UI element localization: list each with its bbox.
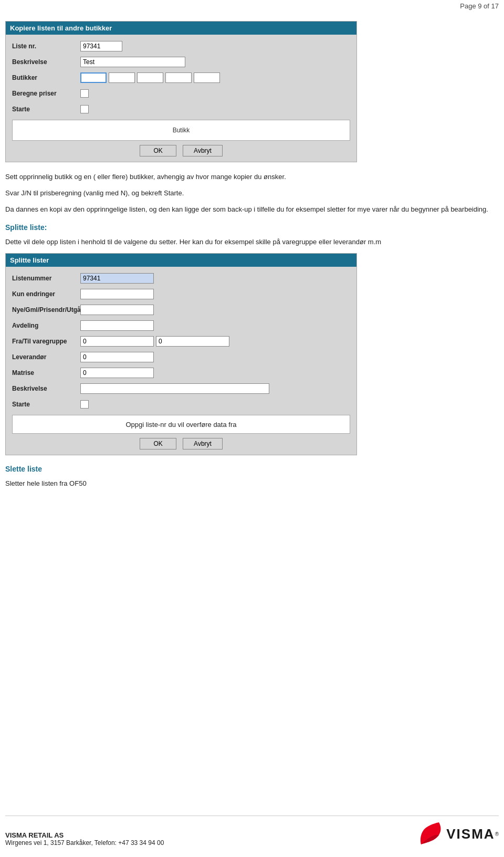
- fra-til-row: Fra/Til varegruppe: [12, 335, 350, 348]
- splitte-starte-checkbox[interactable]: [80, 400, 89, 409]
- butikker-inputs: [80, 72, 220, 83]
- footer: VISMA RETAIL AS Wirgenes vei 1, 3157 Bar…: [5, 816, 499, 846]
- beskrivelse-label: Beskrivelse: [12, 58, 80, 66]
- matrise-row: Matrise: [12, 367, 350, 379]
- butikk-table: Butikk: [12, 120, 350, 141]
- splitte-ok-button[interactable]: OK: [140, 438, 176, 450]
- splitte-starte-label: Starte: [12, 401, 80, 408]
- avdeling-label: Avdeling: [12, 322, 80, 329]
- body-text-2: Svar J/N til prisberegning (vanlig med N…: [5, 188, 488, 199]
- kun-endringer-input[interactable]: [80, 289, 154, 299]
- fra-til-group: [80, 336, 229, 347]
- leverandor-input[interactable]: [80, 352, 154, 362]
- visma-text: VISMA®: [446, 826, 499, 842]
- butikker-label: Butikker: [12, 74, 80, 81]
- leverandor-label: Leverandør: [12, 353, 80, 361]
- matrise-input[interactable]: [80, 368, 154, 378]
- splitte-dialog: Splitte lister Listenummer Kun endringer…: [5, 253, 357, 455]
- liste-nr-input[interactable]: [80, 41, 122, 51]
- starte-checkbox[interactable]: [80, 105, 89, 113]
- visma-logo: VISMA®: [416, 821, 499, 846]
- til-input[interactable]: [156, 336, 229, 347]
- avdeling-input[interactable]: [80, 320, 154, 331]
- body-text-3: Da dannes en kopi av den opprinngelige l…: [5, 204, 488, 215]
- liste-nr-label: Liste nr.: [12, 43, 80, 50]
- beskrivelse-input[interactable]: [80, 57, 185, 67]
- butikk-input-4[interactable]: [165, 72, 192, 83]
- fra-input[interactable]: [80, 336, 154, 347]
- kun-endringer-row: Kun endringer: [12, 288, 350, 300]
- butikk-input-2[interactable]: [109, 72, 135, 83]
- splitte-buttons: OK Avbryt: [12, 438, 350, 450]
- starte-label: Starte: [12, 106, 80, 113]
- kopiere-avbryt-button[interactable]: Avbryt: [183, 145, 223, 156]
- splitte-dialog-title: Splitte lister: [6, 254, 356, 267]
- splitte-description: Dette vil dele opp listen i henhold til …: [5, 237, 488, 248]
- body-text-1: Sett opprinnelig butikk og en ( eller fl…: [5, 172, 488, 183]
- listenummer-row: Listenummer: [12, 272, 350, 285]
- slette-heading: Slette liste: [5, 465, 488, 473]
- splitte-beskrivelse-input[interactable]: [80, 383, 269, 394]
- butikk-input-5[interactable]: [194, 72, 220, 83]
- company-address: Wirgenes vei 1, 3157 Barkåker, Telefon: …: [5, 839, 164, 846]
- transfer-label: Oppgi liste-nr du vil overføre data fra: [126, 421, 237, 428]
- splitte-beskrivelse-row: Beskrivelse: [12, 382, 350, 395]
- beregne-priser-row: Beregne priser: [12, 87, 350, 100]
- footer-left: VISMA RETAIL AS Wirgenes vei 1, 3157 Bar…: [5, 831, 164, 846]
- transfer-box: Oppgi liste-nr du vil overføre data fra: [12, 415, 350, 434]
- kopiere-dialog: Kopiere listen til andre butikker Liste …: [5, 21, 357, 162]
- kopiere-dialog-title: Kopiere listen til andre butikker: [6, 22, 356, 35]
- nye-gml-input[interactable]: [80, 305, 154, 315]
- leverandor-row: Leverandør: [12, 351, 350, 363]
- kopiere-ok-button[interactable]: OK: [140, 145, 176, 156]
- splitte-heading: Splitte liste:: [5, 223, 488, 232]
- butikk-input-3[interactable]: [137, 72, 163, 83]
- slette-description: Sletter hele listen fra OF50: [5, 478, 488, 489]
- avdeling-row: Avdeling: [12, 319, 350, 332]
- beregne-priser-checkbox[interactable]: [80, 89, 89, 98]
- listenummer-input[interactable]: [80, 273, 154, 284]
- butikk-input-1[interactable]: [80, 72, 107, 83]
- starte-row: Starte: [12, 103, 350, 116]
- nye-gml-row: Nye/Gml/Prisendr/Utgått: [12, 304, 350, 316]
- page-number: Page 9 of 17: [460, 2, 499, 10]
- company-name: VISMA RETAIL AS: [5, 831, 164, 839]
- splitte-starte-row: Starte: [12, 398, 350, 411]
- butikker-row: Butikker: [12, 71, 350, 84]
- matrise-label: Matrise: [12, 369, 80, 377]
- liste-nr-row: Liste nr.: [12, 40, 350, 53]
- nye-gml-label: Nye/Gml/Prisendr/Utgått: [12, 306, 80, 313]
- fra-til-label: Fra/Til varegruppe: [12, 338, 80, 345]
- beskrivelse-row: Beskrivelse: [12, 56, 350, 68]
- splitte-avbryt-button[interactable]: Avbryt: [183, 438, 223, 450]
- listenummer-label: Listenummer: [12, 275, 80, 282]
- beregne-priser-label: Beregne priser: [12, 90, 80, 97]
- splitte-beskrivelse-label: Beskrivelse: [12, 385, 80, 392]
- kopiere-buttons: OK Avbryt: [12, 145, 350, 156]
- slette-section: Slette liste Sletter hele listen fra OF5…: [5, 465, 488, 489]
- butikk-table-header: Butikk: [173, 127, 190, 134]
- kun-endringer-label: Kun endringer: [12, 290, 80, 298]
- visma-leaf-icon: [416, 821, 443, 846]
